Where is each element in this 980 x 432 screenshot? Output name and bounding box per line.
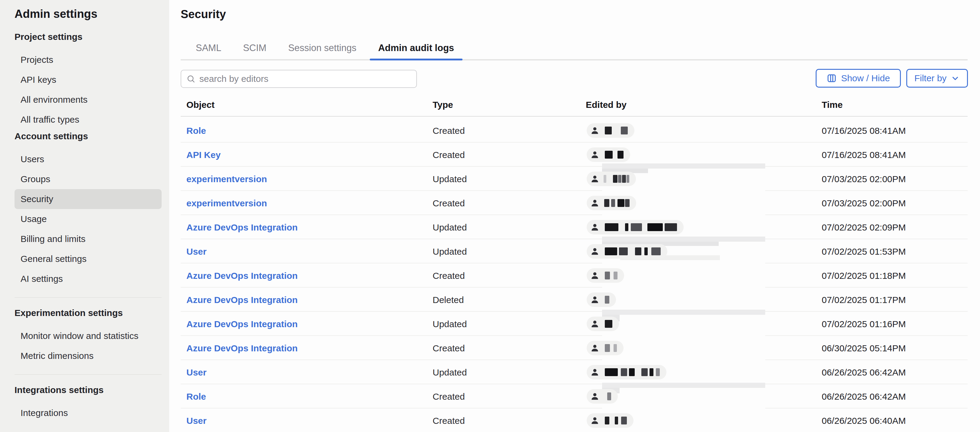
redacted-text-block (605, 296, 609, 303)
person-icon (590, 271, 599, 280)
redacted-text-block (614, 344, 617, 352)
tab-saml[interactable]: SAML (187, 36, 230, 60)
redaction-overlay (602, 237, 765, 242)
object-link[interactable]: experimentversion (186, 174, 267, 184)
redacted-text-block (635, 248, 641, 255)
type-value: Created (433, 125, 465, 136)
tab-bar: SAMLSCIMSession settingsAdmin audit logs (187, 36, 463, 60)
redacted-text-block (604, 175, 606, 183)
object-link[interactable]: Azure DevOps Integration (186, 271, 298, 281)
column-header-edited-by: Edited by (586, 100, 627, 110)
sidebar-item-billing-and-limits[interactable]: Billing and limits (14, 229, 162, 249)
editor-redacted (587, 413, 633, 428)
filter-by-button[interactable]: Filter by (906, 69, 968, 87)
object-link[interactable]: API Key (186, 150, 221, 160)
sidebar-nav: Project settingsProjectsAPI keysAll envi… (14, 32, 162, 423)
redacted-text-block (607, 392, 611, 400)
type-value: Created (433, 150, 465, 160)
redacted-text-block (605, 368, 618, 376)
person-icon (590, 126, 599, 135)
object-link[interactable]: Azure DevOps Integration (186, 343, 298, 353)
time-value: 07/16/2025 08:41AM (822, 150, 906, 160)
redaction-overlay (602, 383, 765, 388)
person-icon (590, 295, 599, 304)
sidebar-item-groups[interactable]: Groups (14, 169, 162, 189)
type-value: Created (433, 198, 465, 208)
redacted-text-block (605, 344, 610, 352)
table-row: API KeyCreated07/16/2025 08:41AM (181, 143, 967, 167)
person-icon (590, 199, 599, 208)
redacted-text-block (627, 175, 629, 183)
type-value: Created (433, 392, 465, 402)
object-link[interactable]: User (186, 246, 207, 257)
editor-redacted (587, 317, 619, 331)
redacted-text-block (656, 368, 660, 376)
redacted-text-block (617, 199, 624, 207)
search-input[interactable] (199, 73, 412, 84)
sidebar-item-monitor-window-and-statistics[interactable]: Monitor window and statistics (14, 326, 162, 346)
redacted-text-block (648, 223, 663, 231)
sidebar-item-all-traffic-types[interactable]: All traffic types (14, 110, 162, 130)
person-icon (590, 174, 599, 183)
time-value: 07/02/2025 01:18PM (822, 271, 906, 281)
table-row: experimentversionCreated07/03/2025 02:00… (181, 191, 967, 215)
object-link[interactable]: User (186, 367, 207, 378)
sidebar-item-usage[interactable]: Usage (14, 209, 162, 229)
sidebar-item-projects[interactable]: Projects (14, 50, 162, 70)
person-icon (590, 343, 599, 353)
type-value: Updated (433, 222, 467, 233)
redaction-overlay (602, 310, 765, 315)
sidebar-item-api-keys[interactable]: API keys (14, 70, 162, 90)
sidebar-item-ai-settings[interactable]: AI settings (14, 269, 162, 289)
table-row: Azure DevOps IntegrationUpdated07/02/202… (181, 215, 967, 239)
object-link[interactable]: Role (186, 392, 206, 402)
object-link[interactable]: experimentversion (186, 198, 267, 208)
table-header-divider (181, 116, 967, 117)
type-value: Updated (433, 319, 467, 329)
sidebar-section-integrations-settings: Integrations settings (14, 384, 162, 395)
redacted-text-block (619, 248, 628, 255)
editor-redacted (587, 196, 636, 210)
sidebar-item-security[interactable]: Security (14, 189, 162, 209)
redacted-text-block (621, 368, 627, 376)
table-header: ObjectTypeEdited byTime (181, 100, 967, 112)
admin-settings-sidebar: Admin settings Project settingsProjectsA… (0, 0, 169, 432)
redacted-text-block (605, 151, 612, 159)
table-row: UserCreated06/26/2025 06:40AM (181, 408, 967, 432)
object-link[interactable]: Azure DevOps Integration (186, 295, 298, 305)
tab-session-settings[interactable]: Session settings (280, 36, 365, 60)
redacted-text-block (644, 248, 648, 255)
object-link[interactable]: Azure DevOps Integration (186, 319, 298, 329)
object-link[interactable]: Role (186, 125, 206, 136)
redacted-text-block (614, 272, 617, 280)
redaction-overlay (602, 164, 765, 168)
column-header-time: Time (822, 100, 843, 110)
redacted-text-block (605, 272, 610, 280)
type-value: Created (433, 271, 465, 281)
redacted-text-block (615, 416, 618, 424)
person-icon (590, 319, 599, 329)
search-editors-field[interactable] (181, 70, 417, 88)
editor-redacted (587, 220, 684, 234)
time-value: 07/03/2025 02:00PM (822, 198, 906, 208)
redacted-text-block (625, 223, 628, 231)
sidebar-item-metric-dimensions[interactable]: Metric dimensions (14, 346, 162, 366)
redacted-text-block (604, 199, 609, 207)
editor-redacted (587, 172, 636, 186)
redacted-text-block (621, 416, 627, 424)
sidebar-item-general-settings[interactable]: General settings (14, 249, 162, 269)
type-value: Deleted (433, 295, 464, 305)
tab-scim[interactable]: SCIM (234, 36, 275, 60)
person-icon (590, 150, 599, 159)
column-header-object: Object (186, 100, 215, 110)
tab-admin-audit-logs[interactable]: Admin audit logs (370, 36, 463, 60)
editor-redacted (587, 389, 618, 403)
sidebar-item-all-environments[interactable]: All environments (14, 90, 162, 110)
type-value: Updated (433, 246, 467, 257)
object-link[interactable]: User (186, 416, 207, 426)
object-link[interactable]: Azure DevOps Integration (186, 222, 298, 233)
sidebar-item-integrations[interactable]: Integrations (14, 403, 162, 423)
show-hide-columns-button[interactable]: Show / Hide (816, 69, 901, 87)
redacted-text-block (625, 199, 630, 207)
sidebar-item-users[interactable]: Users (14, 149, 162, 169)
